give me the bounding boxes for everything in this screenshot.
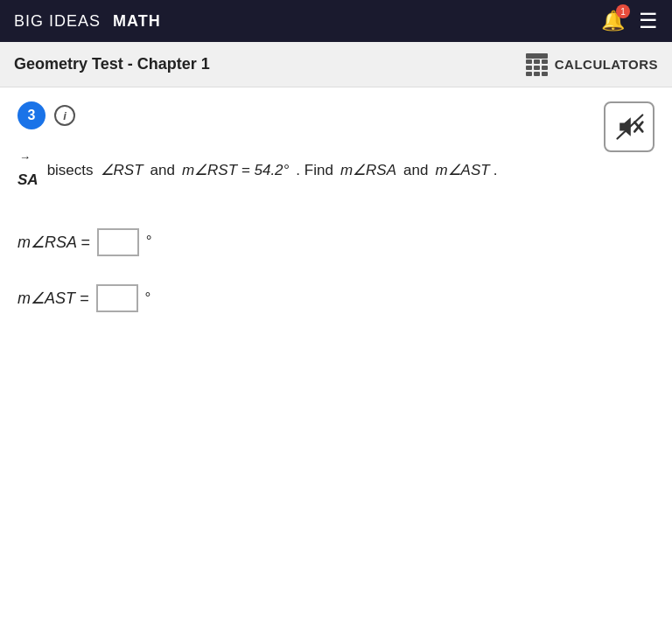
chapter-title: Geometry Test - Chapter 1: [14, 55, 210, 73]
answer1-label: m∠RSA =: [18, 228, 90, 256]
question-row: 3 i: [18, 101, 654, 129]
answer2-label: m∠AST =: [18, 284, 89, 312]
logo-math: MATH: [113, 12, 161, 31]
find-text: . Find: [296, 157, 333, 185]
ray-SA: → SA: [18, 147, 38, 194]
angle-RST: ∠RST: [101, 157, 144, 185]
ray-label: SA: [18, 167, 38, 194]
hamburger-menu-button[interactable]: ☰: [639, 9, 658, 33]
calculators-label: CALCULATORS: [555, 57, 658, 72]
logo-area: BIG IDEAS MATH: [14, 12, 161, 31]
and2-text: and: [403, 157, 428, 185]
notification-button[interactable]: 🔔 1: [601, 10, 625, 32]
answer1-degree: °: [146, 228, 152, 255]
given-measure: m∠RST = 54.2°: [182, 157, 289, 185]
info-button[interactable]: i: [54, 105, 75, 126]
main-content: 3 i → SA bisects ∠RST and m∠RST = 54.2° …: [0, 87, 672, 354]
info-label: i: [63, 109, 66, 122]
question-number: 3: [18, 101, 46, 129]
notification-badge: 1: [616, 4, 630, 18]
answer1-box[interactable]: [97, 228, 139, 256]
problem-line-1: → SA bisects ∠RST and m∠RST = 54.2° . Fi…: [18, 147, 654, 194]
answer2-box[interactable]: [96, 284, 138, 312]
answer1-input[interactable]: [99, 230, 137, 255]
find-m-RSA: m∠RSA: [340, 157, 396, 185]
period-end: .: [494, 157, 498, 185]
calculator-icon: [526, 53, 548, 76]
logo-big-ideas: BIG IDEAS: [14, 12, 101, 31]
speaker-muted-icon: [613, 111, 645, 143]
find-m-AST: m∠AST: [435, 157, 489, 185]
subtitle-bar: Geometry Test - Chapter 1 CALCULATORS: [0, 42, 672, 87]
answer2-degree: °: [145, 285, 151, 312]
bisects-text: bisects: [47, 157, 94, 185]
answer-row-1: m∠RSA = °: [18, 228, 654, 256]
and1-text: and: [150, 157, 175, 185]
nav-icons: 🔔 1 ☰: [601, 9, 658, 33]
answer2-input[interactable]: [98, 287, 136, 311]
calculators-button[interactable]: CALCULATORS: [526, 53, 658, 76]
top-navigation-bar: BIG IDEAS MATH 🔔 1 ☰: [0, 0, 672, 42]
hamburger-icon: ☰: [639, 9, 658, 33]
speaker-button[interactable]: [604, 101, 654, 152]
problem-area: → SA bisects ∠RST and m∠RST = 54.2° . Fi…: [18, 147, 654, 312]
answer-row-2: m∠AST = °: [18, 284, 654, 312]
